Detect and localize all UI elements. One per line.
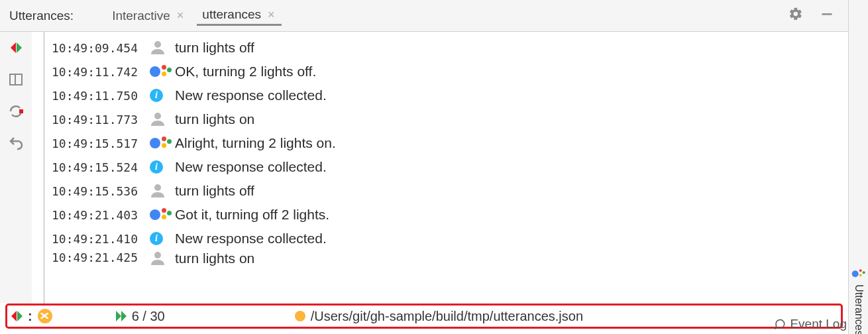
tab-label: Interactive [112, 9, 170, 23]
log-row: 10:49:11.742 OK, turning 2 lights off. [38, 60, 841, 84]
minimize-icon[interactable] [815, 7, 839, 24]
event-log-label: Event Log [790, 317, 847, 331]
timestamp: 10:49:11.750 [52, 89, 150, 103]
info-icon: i [150, 232, 175, 245]
log-row: 10:49:11.773 turn lights on [38, 107, 841, 131]
log-message: Alright, turning 2 lights on. [175, 135, 336, 151]
file-path: /Users/git/gh-sample/build/tmp/utterance… [311, 309, 583, 324]
svg-point-4 [154, 184, 161, 191]
log-row: 10:49:21.425 turn lights on [38, 250, 841, 270]
log-message: turn lights off [175, 40, 254, 56]
right-sidebar: Utterances [848, 0, 868, 334]
status-separator: : [28, 309, 32, 324]
close-icon[interactable]: × [176, 9, 186, 23]
assistant-icon [852, 269, 865, 278]
log-message: New response collected. [175, 231, 327, 247]
log-message: OK, turning 2 lights off. [175, 64, 316, 80]
timestamp: 10:49:15.536 [52, 184, 150, 198]
refresh-icon[interactable] [7, 102, 25, 121]
log-message: turn lights on [175, 250, 254, 266]
log-message: turn lights off [175, 183, 254, 199]
svg-point-5 [154, 252, 161, 258]
tool-sidebar [0, 32, 32, 304]
assistant-icon [150, 64, 175, 80]
log-message: New response collected. [175, 159, 327, 175]
layout-icon[interactable] [7, 70, 25, 89]
svg-rect-0 [822, 13, 832, 15]
log-console[interactable]: 10:49:09.454 turn lights off 10:49:11.74… [32, 32, 848, 304]
panel-title: Utterances: [9, 9, 74, 23]
fast-forward-icon[interactable] [116, 311, 127, 321]
status-error-icon[interactable]: ✕ [38, 309, 52, 323]
svg-rect-1 [19, 109, 23, 113]
tab-label: utterances [202, 7, 261, 22]
log-row: 10:49:21.403 Got it, turning off 2 light… [38, 203, 841, 227]
gear-icon[interactable] [783, 7, 808, 25]
timestamp: 10:49:21.425 [52, 250, 150, 264]
timestamp: 10:49:21.410 [52, 232, 150, 246]
step-prev-next-icon[interactable] [7, 38, 25, 57]
timestamp: 10:49:11.773 [52, 113, 150, 127]
timestamp: 10:49:11.742 [52, 65, 150, 79]
log-row: 10:49:15.517 Alright, turning 2 lights o… [38, 131, 841, 155]
step-prev-next-icon[interactable] [11, 311, 23, 321]
assistant-icon [150, 207, 175, 223]
log-row: 10:49:11.750 i New response collected. [38, 84, 841, 107]
info-icon: i [150, 160, 175, 174]
timestamp: 10:49:21.403 [52, 208, 150, 222]
log-row: 10:49:15.536 turn lights off [38, 179, 841, 203]
user-icon [150, 40, 175, 56]
side-tab-label: Utterances [853, 284, 865, 334]
timestamp: 10:49:09.454 [52, 41, 150, 55]
log-message: Got it, turning off 2 lights. [175, 207, 329, 223]
timestamp: 10:49:15.517 [52, 137, 150, 150]
log-message: turn lights on [175, 111, 254, 127]
tab-interactive[interactable]: Interactive × [107, 5, 190, 26]
close-icon[interactable]: × [266, 8, 276, 22]
log-row: 10:49:21.410 i New response collected. [38, 227, 841, 250]
undo-icon[interactable] [7, 134, 25, 152]
status-bar: : ✕ 6 / 30 /Users/git/gh-sample/build/tm… [5, 304, 843, 329]
speech-bubble-icon [774, 318, 786, 330]
panel-header: Utterances: Interactive × utterances × [0, 0, 848, 32]
progress-count: 6 / 30 [132, 309, 165, 324]
info-icon: i [150, 89, 175, 102]
status-dot-icon [295, 311, 305, 321]
log-row: 10:49:15.524 i New response collected. [38, 155, 841, 179]
log-row: 10:49:09.454 turn lights off [38, 36, 841, 60]
user-icon [150, 250, 175, 266]
timestamp: 10:49:15.524 [52, 160, 150, 174]
user-icon [150, 111, 175, 127]
svg-point-3 [154, 113, 161, 119]
user-icon [150, 183, 175, 199]
event-log-button[interactable]: Event Log [774, 317, 847, 331]
assistant-icon [150, 135, 175, 151]
log-message: New response collected. [175, 87, 327, 103]
svg-point-2 [154, 41, 161, 48]
utterances-side-tab[interactable]: Utterances [853, 267, 865, 334]
tab-utterances[interactable]: utterances × [197, 5, 281, 26]
